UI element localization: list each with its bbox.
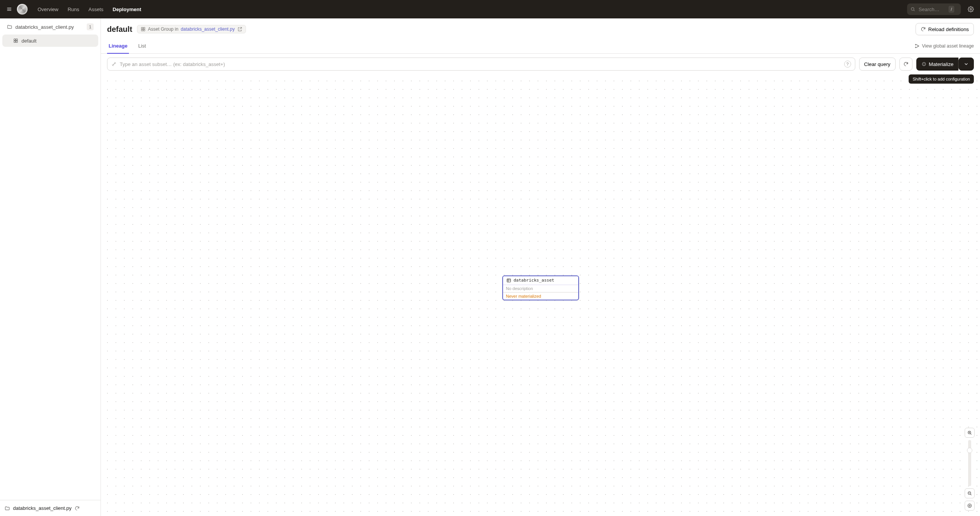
menu-toggle-button[interactable] — [5, 5, 14, 14]
nav-link-runs[interactable]: Runs — [64, 4, 83, 15]
zoom-in-icon — [967, 430, 972, 435]
clear-query-label: Clear query — [864, 61, 891, 67]
nav-link-assets[interactable]: Assets — [85, 4, 107, 15]
hamburger-icon — [6, 6, 12, 12]
svg-point-15 — [915, 47, 916, 48]
zoom-controls — [965, 428, 975, 511]
svg-point-14 — [915, 44, 916, 45]
global-search[interactable]: / — [907, 3, 961, 15]
folder-icon — [5, 506, 10, 511]
tabs-row: Lineage List View global asset lineage — [101, 38, 980, 54]
reload-icon[interactable] — [74, 506, 80, 511]
main-split: databricks_asset_client.py 1 default dat… — [0, 18, 980, 516]
nav-link-overview[interactable]: Overview — [34, 4, 62, 15]
page-header: default Asset Group in databricks_asset_… — [101, 18, 980, 38]
gear-icon — [968, 6, 974, 12]
wand-icon — [111, 61, 117, 67]
svg-line-25 — [970, 494, 972, 495]
chevron-down-icon — [964, 61, 969, 67]
settings-button[interactable] — [966, 5, 975, 14]
sidebar-location-count: 1 — [87, 23, 94, 30]
sidebar-code-location[interactable]: databricks_asset_client.py 1 — [2, 20, 98, 34]
asset-icon — [506, 278, 511, 283]
asset-node-status: Never materialized — [503, 292, 578, 300]
zoom-slider[interactable] — [968, 440, 971, 486]
top-nav: Overview Runs Assets Deployment / — [0, 0, 980, 18]
refresh-graph-button[interactable] — [899, 58, 912, 71]
asset-group-icon — [13, 38, 18, 43]
svg-rect-8 — [14, 41, 15, 43]
sidebar: databricks_asset_client.py 1 default dat… — [0, 18, 101, 516]
sidebar-asset-group-default[interactable]: default — [2, 35, 98, 47]
svg-rect-12 — [141, 30, 143, 31]
fit-icon — [967, 503, 972, 508]
svg-point-27 — [968, 504, 971, 507]
asset-node-description: No description — [503, 285, 578, 292]
materialize-tooltip: Shift+click to add configuration — [909, 74, 974, 84]
search-icon — [910, 7, 916, 12]
svg-rect-17 — [507, 279, 510, 282]
chip-prefix: Asset Group in — [148, 26, 178, 32]
page-title: default — [107, 25, 132, 34]
asset-node-header: databricks_asset — [503, 276, 578, 285]
svg-rect-6 — [14, 39, 15, 40]
lineage-canvas-wrap: databricks_asset No description Never ma… — [101, 74, 980, 516]
svg-point-28 — [969, 505, 970, 506]
materialize-label: Materialize — [929, 61, 954, 67]
asset-node-name: databricks_asset — [514, 278, 554, 283]
zoom-out-button[interactable] — [965, 488, 975, 498]
clear-query-button[interactable]: Clear query — [859, 58, 896, 71]
zoom-in-button[interactable] — [965, 428, 975, 438]
materialize-dropdown-button[interactable] — [959, 58, 974, 71]
search-shortcut-hint: / — [949, 6, 954, 13]
sidebar-footer-location-label[interactable]: databricks_asset_client.py — [13, 505, 71, 511]
nav-link-deployment[interactable]: Deployment — [109, 4, 145, 15]
folder-icon — [7, 24, 12, 30]
svg-point-5 — [970, 8, 972, 10]
asset-query-input[interactable] — [120, 61, 841, 67]
toolbar-row: ? Clear query Materialize Shift+click to… — [101, 54, 980, 74]
zoom-fit-button[interactable] — [965, 501, 975, 511]
global-search-input[interactable] — [919, 7, 945, 12]
reload-definitions-label: Reload definitions — [928, 26, 969, 32]
asset-query-field[interactable]: ? — [107, 58, 855, 71]
chip-location-link[interactable]: databricks_asset_client.py — [181, 26, 235, 32]
svg-line-4 — [914, 10, 915, 11]
lineage-icon — [914, 43, 920, 49]
reload-definitions-button[interactable]: Reload definitions — [916, 23, 974, 35]
materialize-button-group: Materialize Shift+click to add configura… — [916, 58, 974, 71]
asset-group-icon — [140, 26, 146, 32]
svg-point-3 — [911, 8, 914, 10]
chip-external-link[interactable] — [237, 26, 243, 32]
dagster-logo[interactable] — [17, 4, 28, 15]
sidebar-group-label: default — [21, 38, 36, 44]
zoom-out-icon — [967, 491, 972, 496]
svg-rect-13 — [143, 30, 145, 31]
sparkle-icon — [921, 61, 927, 67]
asset-group-chip: Asset Group in databricks_asset_client.p… — [137, 25, 246, 33]
materialize-button[interactable]: Materialize — [916, 58, 959, 71]
sidebar-location-label: databricks_asset_client.py — [15, 24, 74, 30]
svg-rect-11 — [143, 27, 145, 29]
svg-rect-9 — [16, 41, 18, 43]
nav-links: Overview Runs Assets Deployment — [34, 4, 145, 15]
svg-line-21 — [970, 434, 972, 435]
view-global-lineage-link[interactable]: View global asset lineage — [914, 43, 974, 49]
asset-node[interactable]: databricks_asset No description Never ma… — [502, 275, 579, 300]
view-global-lineage-label: View global asset lineage — [922, 43, 974, 49]
reload-icon — [903, 61, 909, 67]
svg-rect-10 — [141, 27, 143, 29]
external-link-icon — [237, 26, 243, 32]
svg-rect-7 — [16, 39, 18, 40]
tab-lineage[interactable]: Lineage — [107, 38, 129, 53]
query-help-button[interactable]: ? — [844, 61, 851, 68]
sidebar-footer: databricks_asset_client.py — [0, 500, 101, 516]
reload-icon — [921, 26, 926, 32]
tab-list[interactable]: List — [137, 38, 147, 53]
zoom-slider-thumb[interactable] — [967, 448, 972, 453]
content: default Asset Group in databricks_asset_… — [101, 18, 980, 516]
